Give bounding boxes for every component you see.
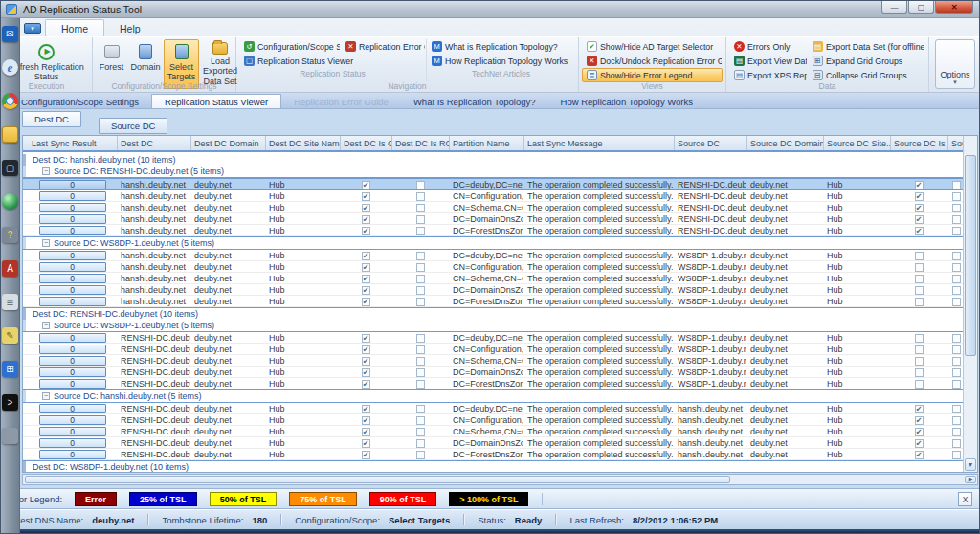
table-row[interactable]: 0RENSHI-DC.deuby.netdeuby.netHub✔DC=deub… xyxy=(23,403,965,414)
checkbox-unchecked[interactable] xyxy=(915,263,924,272)
app-menu-button[interactable]: ▾ xyxy=(24,23,41,34)
checkbox-unchecked[interactable] xyxy=(952,275,961,283)
checkbox-checked[interactable]: ✔ xyxy=(362,215,370,224)
sync-result-box[interactable]: 0 xyxy=(39,274,106,283)
column-header[interactable]: Partition Name xyxy=(450,136,524,150)
inactive-app-icon[interactable] xyxy=(2,428,18,444)
checkbox-unchecked[interactable] xyxy=(952,416,961,425)
checkbox-unchecked[interactable] xyxy=(952,286,961,295)
ribbon-tab-home[interactable]: Home xyxy=(45,19,104,36)
sync-result-box[interactable]: 0 xyxy=(39,297,106,306)
checkbox-checked[interactable]: ✔ xyxy=(362,286,370,295)
checkbox-checked[interactable]: ✔ xyxy=(362,405,370,413)
sync-result-box[interactable]: 0 xyxy=(39,262,106,272)
sync-result-box[interactable]: 0 xyxy=(39,415,106,425)
checkbox-unchecked[interactable] xyxy=(416,227,425,235)
checkbox-unchecked[interactable] xyxy=(915,345,924,354)
checkbox-unchecked[interactable] xyxy=(952,181,961,189)
checkbox-unchecked[interactable] xyxy=(952,405,961,413)
column-header[interactable]: Dest DC Is RODC? xyxy=(392,136,450,150)
table-row[interactable]: 0RENSHI-DC.deuby.netdeuby.netHub✔CN=Conf… xyxy=(23,344,965,355)
checkbox-checked[interactable]: ✔ xyxy=(362,334,370,343)
sync-result-box[interactable]: 0 xyxy=(39,203,106,212)
checkbox-unchecked[interactable] xyxy=(952,334,961,343)
checkbox-unchecked[interactable] xyxy=(416,405,425,413)
show-hide-error-legend-link[interactable]: ≣ Show/Hide Error Legend xyxy=(582,68,723,82)
checkbox-unchecked[interactable] xyxy=(915,298,924,306)
scroll-right-arrow-icon[interactable]: ▶ xyxy=(965,476,976,483)
checkbox-unchecked[interactable] xyxy=(952,227,961,235)
report-doc-icon[interactable]: ≣ xyxy=(2,294,18,310)
checkbox-checked[interactable]: ✔ xyxy=(362,298,370,306)
restore-button[interactable]: ▢ xyxy=(908,1,934,14)
checkbox-checked[interactable]: ✔ xyxy=(362,380,370,389)
sync-result-box[interactable]: 0 xyxy=(39,285,106,295)
checkbox-unchecked[interactable] xyxy=(915,380,924,389)
dock-undock-error-guide-link[interactable]: ✕ Dock/Undock Replication Error Guide xyxy=(582,54,723,68)
sync-result-box[interactable]: 0 xyxy=(39,379,106,389)
collapse-icon[interactable]: − xyxy=(42,392,50,400)
checkbox-checked[interactable]: ✔ xyxy=(915,416,924,425)
vertical-scrollbar[interactable]: ▼ xyxy=(963,136,977,472)
checkbox-unchecked[interactable] xyxy=(416,416,425,425)
sync-result-box[interactable]: 0 xyxy=(39,438,106,448)
sync-result-box[interactable]: 0 xyxy=(39,356,106,366)
table-row[interactable]: 0RENSHI-DC.deuby.netdeuby.netHub✔DC=Fore… xyxy=(23,449,965,460)
tab-dest-dc[interactable]: Dest DC xyxy=(22,111,81,127)
column-header[interactable]: Source DC Domain xyxy=(747,136,824,150)
table-row[interactable]: 0RENSHI-DC.deuby.netdeuby.netHub✔DC=Fore… xyxy=(23,378,965,389)
checkbox-checked[interactable]: ✔ xyxy=(915,428,924,436)
checkbox-unchecked[interactable] xyxy=(416,204,425,212)
checkbox-unchecked[interactable] xyxy=(952,345,961,354)
horizontal-scrollbar-thumb[interactable] xyxy=(25,476,730,483)
checkbox-checked[interactable]: ✔ xyxy=(915,192,924,201)
checkbox-unchecked[interactable] xyxy=(915,357,924,366)
show-hide-target-selector-link[interactable]: ✔ Show/Hide AD Target Selector xyxy=(582,39,723,54)
group-header-row[interactable]: Dest DC: WS8DP-1.deuby.net (10 items) xyxy=(23,461,965,472)
checkbox-unchecked[interactable] xyxy=(915,286,924,295)
close-button[interactable]: ✕ xyxy=(935,1,973,14)
checkbox-unchecked[interactable] xyxy=(416,380,425,389)
checkbox-unchecked[interactable] xyxy=(915,252,924,260)
table-row[interactable]: 0RENSHI-DC.deuby.netdeuby.netHub✔DC=deub… xyxy=(23,332,965,344)
group-header-row[interactable]: Dest DC: hanshi.deuby.net (10 items) xyxy=(23,154,965,166)
table-row[interactable]: 0hanshi.deuby.netdeuby.netHub✔DC=deuby,D… xyxy=(23,250,965,261)
tab-replication-status-viewer[interactable]: Replication Status Viewer xyxy=(151,94,281,108)
sync-result-box[interactable]: 0 xyxy=(39,214,106,224)
windows-app-icon[interactable]: ⊞ xyxy=(2,361,18,377)
database-app-icon[interactable]: A xyxy=(2,260,18,277)
table-row[interactable]: 0hanshi.deuby.netdeuby.netHub✔CN=Schema,… xyxy=(23,202,965,213)
tab-how-replication-topology-works[interactable]: How Replication Topology Works xyxy=(548,95,706,108)
column-header[interactable]: Last Sync Message xyxy=(524,136,675,150)
checkbox-checked[interactable]: ✔ xyxy=(362,275,370,283)
table-row[interactable]: 0hanshi.deuby.netdeuby.netHub✔DC=DomainD… xyxy=(23,284,965,296)
vertical-scrollbar-thumb[interactable] xyxy=(965,155,976,356)
sync-result-box[interactable]: 0 xyxy=(39,180,106,189)
legend-close-button[interactable]: X xyxy=(958,492,972,506)
checkbox-checked[interactable]: ✔ xyxy=(915,439,924,448)
checkbox-unchecked[interactable] xyxy=(952,252,961,260)
horizontal-scrollbar[interactable]: ▶ xyxy=(22,474,978,485)
table-row[interactable]: 0hanshi.deuby.netdeuby.netHub✔CN=Configu… xyxy=(23,190,965,202)
checkbox-checked[interactable]: ✔ xyxy=(915,227,924,235)
tab-source-dc[interactable]: Source DC xyxy=(99,118,167,134)
checkbox-checked[interactable]: ✔ xyxy=(362,192,370,201)
checkbox-checked[interactable]: ✔ xyxy=(915,405,924,413)
checkbox-checked[interactable]: ✔ xyxy=(362,227,370,235)
collapse-icon[interactable]: − xyxy=(42,239,50,247)
table-row[interactable]: 0RENSHI-DC.deuby.netdeuby.netHub✔CN=Sche… xyxy=(23,355,965,367)
subgroup-header-row[interactable]: −Source DC: RENSHI-DC.deuby.net (5 items… xyxy=(23,166,965,177)
checkbox-unchecked[interactable] xyxy=(416,192,425,201)
sync-result-box[interactable]: 0 xyxy=(39,251,106,260)
internet-explorer-icon[interactable]: e xyxy=(2,59,18,76)
nav-config-scope-link[interactable]: ↺ Configuration/Scope Settings xyxy=(239,39,341,54)
sync-result-box[interactable]: 0 xyxy=(39,226,106,235)
collapse-grid-groups-link[interactable]: ⊟ Collapse Grid Groups xyxy=(808,68,924,82)
checkbox-checked[interactable]: ✔ xyxy=(362,428,370,436)
options-button[interactable]: Options ▼ xyxy=(935,39,975,89)
ribbon-tab-help[interactable]: Help xyxy=(104,20,156,36)
checkbox-checked[interactable]: ✔ xyxy=(362,416,370,425)
chrome-icon[interactable] xyxy=(2,93,18,109)
errors-only-link[interactable]: ✕ Errors Only xyxy=(729,39,808,54)
column-header[interactable]: Dest DC Site Name xyxy=(266,136,341,150)
